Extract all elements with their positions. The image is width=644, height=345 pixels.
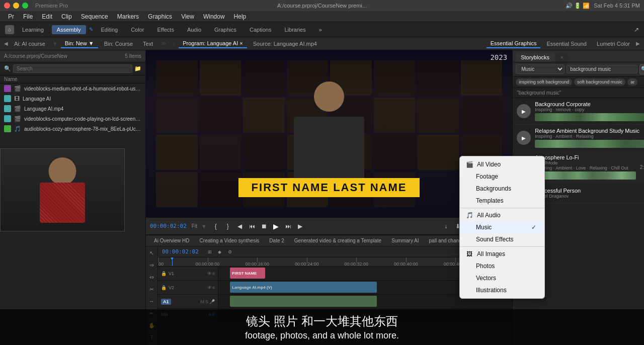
track-v2-lock-icon[interactable]: 🔒 [161, 285, 167, 290]
workspace-tab-assembly[interactable]: Assembly [52, 25, 86, 34]
dd-vectors[interactable]: Vectors [460, 272, 544, 284]
menu-markers[interactable]: Markers [113, 12, 143, 21]
rp-tag-more[interactable]: ar [627, 78, 637, 85]
rp-tag-2[interactable]: soft background music [574, 78, 625, 85]
dd-all-images[interactable]: 🖼 All Images [460, 248, 544, 260]
rp-tab-storyblocks[interactable]: Storyblocks [516, 53, 554, 62]
result-item-1[interactable]: ▶ Background Corporate Inspiring · remov… [513, 98, 644, 125]
sec-tab-text[interactable]: Text [139, 40, 157, 48]
slip-tool[interactable]: ↔ [147, 297, 156, 306]
dd-backgrounds[interactable]: Backgrounds [460, 183, 544, 195]
sec-tab-source[interactable]: Source: Language AI.mp4 [249, 40, 321, 48]
workspace-tab-libraries[interactable]: Libraries [279, 25, 310, 34]
rp-tag-1[interactable]: inspiring soft background [516, 78, 572, 85]
sec-tab-program[interactable]: Program: Language AI × [179, 39, 247, 48]
clip-audio-1[interactable] [230, 296, 377, 307]
storyblocks-search-input[interactable] [567, 65, 637, 73]
sec-tab-ai-course[interactable]: Ai: AI course [10, 40, 49, 48]
workspace-tab-effects[interactable]: Effects [152, 25, 179, 34]
step-forward-button[interactable]: ⏭ [283, 221, 293, 231]
result-item-2[interactable]: ▶ Relapse Ambient Background Study Music… [513, 125, 644, 151]
home-icon[interactable]: ⌂ [5, 25, 14, 34]
file-item-4[interactable]: 🎬 videoblocks-computer-code-playing-on-l… [0, 114, 145, 124]
menu-file[interactable]: File [19, 12, 37, 21]
sec-tab-essential-sound[interactable]: Essential Sound [542, 40, 591, 48]
play-result-1[interactable]: ▶ [517, 104, 531, 118]
track-a1-mute[interactable]: M [200, 299, 204, 304]
step-back-button[interactable]: ⏮ [247, 221, 257, 231]
file-item-2[interactable]: 🎞 Language AI [0, 94, 145, 104]
tl-tab-2[interactable]: Creating a Video synthesis [196, 237, 264, 244]
menu-sequence[interactable]: Sequence [77, 12, 112, 21]
dd-all-video[interactable]: 🎬 All Video [460, 158, 544, 170]
workspace-tab-color[interactable]: Color [126, 25, 149, 34]
prev-frame-button[interactable]: ◀ [235, 221, 245, 231]
tl-tab-4[interactable]: Generated video & creating a Template [290, 237, 385, 244]
minimize-button[interactable] [13, 3, 19, 9]
tl-tab-1[interactable]: Ai Overview HD [150, 237, 194, 244]
track-v2-sync-icon[interactable]: ≡ [212, 285, 215, 290]
play-result-2[interactable]: ▶ [517, 131, 531, 145]
stop-button[interactable]: ⏹ [259, 221, 269, 231]
track-a1-solo[interactable]: S [205, 299, 208, 304]
tl-settings-button[interactable]: ⚙ [226, 248, 234, 256]
file-item-1[interactable]: 🎬 videoblocks-medium-shot-of-a-humanoid-… [0, 83, 145, 94]
workspace-tab-captions[interactable]: Captions [245, 25, 276, 34]
workspace-tab-editing[interactable]: Editing [96, 25, 123, 34]
menu-view[interactable]: View [177, 12, 198, 21]
mark-out-button[interactable]: } [223, 221, 233, 231]
collapse-panel-icon[interactable]: ▶ [636, 41, 640, 46]
mark-in-button[interactable]: { [211, 221, 221, 231]
tl-snap-button[interactable]: ⊞ [206, 248, 214, 256]
ripple-tool[interactable]: ⇔ [147, 273, 156, 282]
track-lock-icon[interactable]: 🔒 [161, 271, 167, 276]
dd-music[interactable]: Music ✓ [460, 221, 544, 233]
menu-graphics[interactable]: Graphics [144, 12, 176, 21]
dd-photos[interactable]: Photos [460, 260, 544, 272]
clip-firstname-lastname[interactable]: FIRST NAME [230, 268, 265, 279]
maximize-button[interactable] [22, 3, 28, 9]
track-eye-icon[interactable]: 👁 [207, 271, 212, 276]
workspace-tab-more[interactable]: » [314, 25, 327, 34]
insert-button[interactable]: ↓ [441, 221, 451, 231]
sec-tab-bin-course[interactable]: Bin: Course [100, 40, 137, 48]
selection-tool[interactable]: ↖ [147, 248, 156, 257]
bin-search-input[interactable] [13, 64, 132, 73]
share-icon[interactable]: ↗ [634, 26, 639, 33]
workspace-tab-learning[interactable]: Learning [17, 25, 49, 34]
play-button[interactable]: ▶ [271, 221, 281, 231]
menu-window[interactable]: Window [199, 12, 229, 21]
expand-panel-icon[interactable]: ◀ [4, 41, 8, 46]
dd-footage[interactable]: Footage [460, 170, 544, 183]
dd-sound-effects[interactable]: Sound Effects [460, 233, 544, 245]
menu-edit[interactable]: Edit [38, 12, 56, 21]
razor-tool[interactable]: ✂ [147, 285, 156, 294]
tl-tab-3[interactable]: Date 2 [265, 237, 288, 244]
track-v2-eye-icon[interactable]: 👁 [207, 285, 212, 290]
rp-tab-2[interactable]: × [555, 53, 569, 62]
category-select[interactable]: Music All Video Footage All Audio Sound … [516, 64, 565, 74]
dd-illustrations[interactable]: Illustrations [460, 284, 544, 296]
new-bin-icon[interactable]: 📁 [134, 65, 141, 72]
sec-tab-lumetri-color[interactable]: Lumetri Color [593, 40, 634, 48]
dd-templates[interactable]: Templates [460, 195, 544, 207]
workspace-tab-audio[interactable]: Audio [182, 25, 206, 34]
menu-help[interactable]: Help [230, 12, 251, 21]
file-item-5[interactable]: 🎵 audioblocks-cozy-atmosphere-78-mix_8Ee… [0, 124, 145, 134]
menu-clip[interactable]: Clip [57, 12, 76, 21]
track-select-tool[interactable]: ⇒ [147, 261, 156, 270]
close-button[interactable] [4, 3, 10, 9]
search-submit-button[interactable]: 🔍 [639, 64, 644, 74]
menu-premiere[interactable]: Pr [4, 12, 18, 21]
dd-all-audio[interactable]: 🎵 All Audio [460, 209, 544, 221]
next-frame-button[interactable]: ▶ [295, 221, 305, 231]
track-sync-icon[interactable]: ≡ [212, 271, 215, 276]
sec-tab-essential-graphics[interactable]: Essential Graphics [487, 39, 541, 48]
tl-marker-button[interactable]: ◆ [216, 248, 224, 256]
workspace-tab-graphics[interactable]: Graphics [209, 25, 242, 34]
tl-tab-5[interactable]: Summary AI [387, 237, 423, 244]
track-a1-mic[interactable]: 🎤 [209, 299, 215, 304]
file-item-3[interactable]: 🎬 Language AI.mp4 [0, 104, 145, 114]
sec-tab-bin-new[interactable]: Bin: New ▼ [61, 39, 98, 48]
clip-language-ai-video[interactable]: Language AI.mp4 (V) [230, 282, 377, 293]
